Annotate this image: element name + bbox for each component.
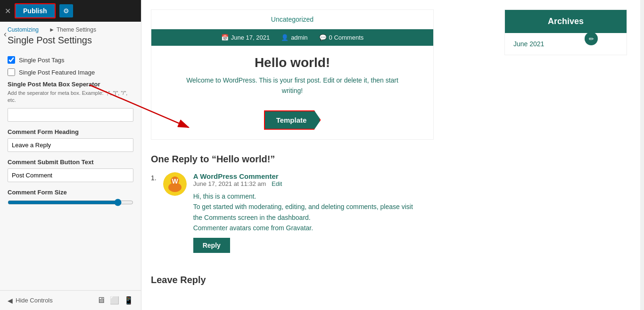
meta-box-separator-group: Single Post Meta Box Seperator Add the s…	[8, 81, 133, 122]
comment-form-heading-label: Comment Form Heading	[8, 128, 133, 135]
desktop-button[interactable]: 🖥	[97, 295, 105, 305]
comment-form-heading-input[interactable]	[8, 138, 133, 152]
edit-pencil-button[interactable]: ✏	[585, 32, 598, 45]
comment-form-size-label: Comment Form Size	[8, 189, 133, 196]
device-icons: 🖥 ⬜ 📱	[97, 295, 133, 305]
top-bar: ✕ Publish ⚙	[0, 0, 141, 22]
post-card: Uncategorized 📅 June 17, 2021 👤 admin 💬 …	[151, 9, 434, 140]
meta-box-desc: Add the seperator for meta box. Example:…	[8, 90, 133, 104]
gravatar-link[interactable]: Gravatar	[286, 224, 312, 232]
comment-date: June 17, 2021 at 11:32 am Edit	[193, 180, 599, 187]
scrollbar[interactable]	[640, 0, 644, 310]
single-post-featured-image-label: Single Post Featured Image	[19, 69, 95, 76]
avatar: W	[163, 172, 187, 196]
edit-comment-link[interactable]: Edit	[272, 180, 282, 187]
comment-item: 1. W A WordPress Commenter June 17, 2021…	[151, 172, 599, 253]
june-2021-link[interactable]: June 2021	[513, 40, 544, 48]
publish-button[interactable]: Publish	[15, 3, 56, 18]
post-meta-bar: 📅 June 17, 2021 👤 admin 💬 0 Comments	[151, 29, 433, 46]
post-author: 👤 admin	[281, 34, 307, 41]
comments-title: One Reply to “Hello world!”	[151, 154, 599, 165]
post-excerpt: Welcome to WordPress. This is your first…	[151, 75, 433, 106]
post-category: Uncategorized	[151, 10, 433, 29]
back-button[interactable]: ‹	[2, 27, 8, 41]
tablet-button[interactable]: ⬜	[110, 295, 119, 305]
panel-title: Single Post Settings	[0, 34, 141, 51]
calendar-icon: 📅	[221, 34, 229, 41]
comment-icon: 💬	[319, 34, 327, 41]
archives-widget: Archives June 2021	[504, 9, 627, 55]
comment-submit-label: Comment Submit Button Text	[8, 159, 133, 166]
reply-button[interactable]: Reply	[193, 238, 230, 253]
meta-box-label: Single Post Meta Box Seperator	[8, 81, 133, 88]
bottom-bar: ◀ Hide Controls 🖥 ⬜ 📱	[0, 290, 141, 310]
archives-title: Archives	[505, 10, 627, 33]
comment-form-heading-group: Comment Form Heading	[8, 128, 133, 152]
post-date: 📅 June 17, 2021	[221, 34, 270, 41]
mobile-button[interactable]: 📱	[124, 295, 133, 305]
hide-controls[interactable]: ◀ Hide Controls	[8, 297, 53, 304]
breadcrumb-customizing[interactable]: Customizing	[8, 26, 39, 33]
comments-section: One Reply to “Hello world!” 1. W A WordP…	[151, 149, 599, 270]
right-panel: Archives June 2021 ✏ Uncategorized 📅 Jun…	[141, 0, 644, 310]
close-icon[interactable]: ✕	[5, 7, 11, 16]
svg-text:W: W	[172, 177, 178, 185]
single-post-featured-image-row: Single Post Featured Image	[8, 68, 133, 76]
comment-submit-input[interactable]	[8, 168, 133, 182]
template-button[interactable]: Template	[264, 110, 321, 130]
breadcrumb-separator: ►	[49, 26, 55, 33]
single-post-tags-checkbox[interactable]	[8, 56, 15, 64]
breadcrumb-theme-settings: Theme Settings	[57, 26, 96, 33]
single-post-tags-row: Single Post Tags	[8, 56, 133, 64]
comment-author: A WordPress Commenter	[193, 172, 599, 180]
user-icon: 👤	[281, 34, 289, 41]
post-title: Hello world!	[151, 46, 433, 75]
comment-form-size-slider[interactable]	[8, 199, 133, 206]
gear-button[interactable]: ⚙	[59, 4, 73, 17]
leave-reply-heading: Leave Reply	[151, 275, 599, 285]
comment-submit-group: Comment Submit Button Text	[8, 159, 133, 182]
comment-number: 1.	[151, 174, 157, 253]
comment-body: A WordPress Commenter June 17, 2021 at 1…	[193, 172, 599, 253]
panel-body: Single Post Tags Single Post Featured Im…	[0, 51, 141, 290]
meta-box-input[interactable]	[8, 108, 133, 122]
post-comments: 💬 0 Comments	[319, 34, 364, 41]
comment-text: Hi, this is a comment. To get started wi…	[193, 191, 599, 234]
hide-icon: ◀	[8, 297, 13, 304]
left-panel: ✕ Publish ⚙ ‹ Customizing ► Theme Settin…	[0, 0, 141, 310]
single-post-tags-label: Single Post Tags	[19, 57, 65, 64]
template-btn-wrap: Template	[151, 106, 433, 139]
single-post-featured-image-checkbox[interactable]	[8, 68, 15, 76]
widget-body: June 2021	[505, 33, 627, 55]
comment-form-size-group: Comment Form Size	[8, 189, 133, 208]
breadcrumb: ‹ Customizing ► Theme Settings	[0, 22, 141, 34]
hide-controls-label: Hide Controls	[16, 297, 53, 304]
